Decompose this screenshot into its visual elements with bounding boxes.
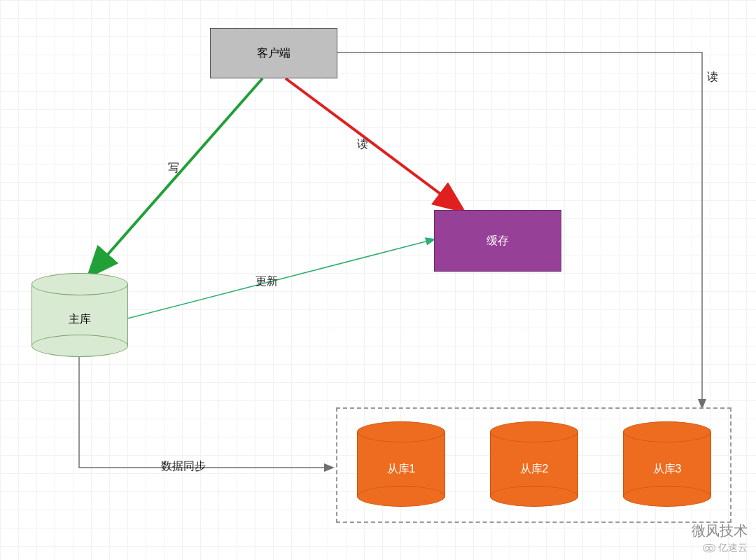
node-replica2-label: 从库2 xyxy=(490,462,578,477)
node-replica3-label: 从库3 xyxy=(623,462,711,477)
edge-read-cache xyxy=(286,78,462,210)
watermark-icon xyxy=(703,544,715,552)
node-client: 客户端 xyxy=(210,28,337,78)
edge-write xyxy=(90,78,262,275)
watermark-line2: 亿速云 xyxy=(718,542,748,554)
watermark-line1: 微风技术 xyxy=(692,522,748,540)
label-update: 更新 xyxy=(255,274,278,289)
node-replica1-label: 从库1 xyxy=(357,462,445,477)
node-replica3: 从库3 xyxy=(623,421,711,507)
node-replica1: 从库1 xyxy=(357,421,445,507)
edge-sync xyxy=(79,357,332,468)
node-cache-label: 缓存 xyxy=(486,234,509,248)
node-cache: 缓存 xyxy=(434,210,561,272)
label-sync: 数据同步 xyxy=(161,459,206,474)
watermark: 微风技术 亿速云 xyxy=(692,522,748,554)
label-read-db: 读 xyxy=(707,70,718,85)
edge-update xyxy=(127,239,434,318)
label-write: 写 xyxy=(168,161,179,176)
node-replica2: 从库2 xyxy=(490,421,578,507)
node-client-label: 客户端 xyxy=(257,46,290,61)
node-master-label: 主库 xyxy=(31,312,128,327)
node-master: 主库 xyxy=(31,273,128,357)
label-read-cache: 读 xyxy=(357,137,368,152)
